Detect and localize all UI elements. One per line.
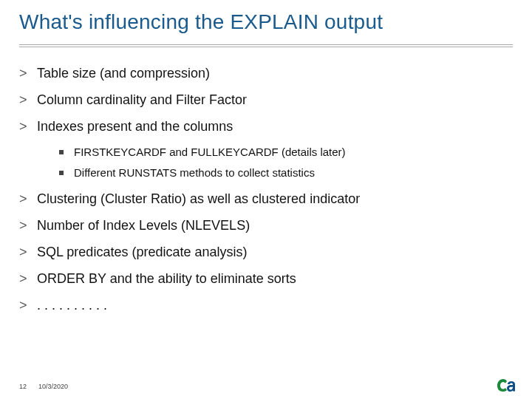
chevron-icon: > xyxy=(19,297,30,313)
bullet-text: Column cardinality and Filter Factor xyxy=(37,92,247,108)
bullet-text: . . . . . . . . . . xyxy=(37,297,107,313)
chevron-icon: > xyxy=(19,191,30,207)
bullet-text: ORDER BY and the ability to eliminate so… xyxy=(37,270,296,287)
slide-title: What's influencing the EXPLAIN output xyxy=(0,0,532,40)
slide: What's influencing the EXPLAIN output > … xyxy=(0,0,532,399)
bullet-item: > Column cardinality and Filter Factor xyxy=(19,92,513,108)
bullet-text: Number of Index Levels (NLEVELS) xyxy=(37,217,250,233)
sub-bullet-text: Different RUNSTATS methods to collect st… xyxy=(74,166,315,180)
bullet-item: > Indexes present and the columns xyxy=(19,118,513,134)
bullet-item: > Number of Index Levels (NLEVELS) xyxy=(19,217,513,233)
bullet-text: Clustering (Cluster Ratio) as well as cl… xyxy=(37,191,360,207)
bullet-item: > Clustering (Cluster Ratio) as well as … xyxy=(19,191,513,207)
chevron-icon: > xyxy=(19,244,30,260)
page-number: 12 xyxy=(19,383,27,390)
bullet-item: > SQL predicates (predicate analysis) xyxy=(19,244,513,260)
bullet-item: > ORDER BY and the ability to eliminate … xyxy=(19,270,513,287)
chevron-icon: > xyxy=(19,65,30,81)
chevron-icon: > xyxy=(19,118,30,134)
sub-bullet-item: Different RUNSTATS methods to collect st… xyxy=(59,166,513,180)
footer-date: 10/3/2020 xyxy=(38,383,68,390)
slide-body: > Table size (and compression) > Column … xyxy=(0,47,532,313)
sub-bullet-item: FIRSTKEYCARDF and FULLKEYCARDF (details … xyxy=(59,145,513,160)
chevron-icon: > xyxy=(19,92,30,108)
chevron-icon: > xyxy=(19,270,30,287)
ca-logo-icon xyxy=(495,375,516,393)
bullet-item: > . . . . . . . . . . xyxy=(19,297,513,313)
footer: 12 10/3/2020 xyxy=(19,383,68,390)
square-bullet-icon xyxy=(59,150,64,154)
bullet-text: Indexes present and the columns xyxy=(37,118,233,134)
chevron-icon: > xyxy=(19,217,30,233)
bullet-item: > Table size (and compression) xyxy=(19,65,513,81)
bullet-text: SQL predicates (predicate analysis) xyxy=(37,244,247,260)
bullet-text: Table size (and compression) xyxy=(37,65,210,81)
sub-bullet-text: FIRSTKEYCARDF and FULLKEYCARDF (details … xyxy=(74,145,346,160)
square-bullet-icon xyxy=(59,171,64,175)
